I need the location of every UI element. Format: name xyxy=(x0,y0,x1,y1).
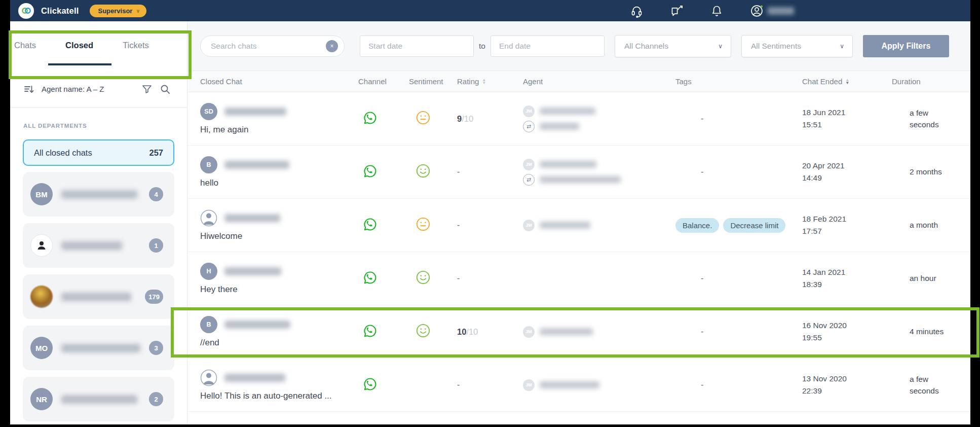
rating-cell: 10/10 xyxy=(457,327,515,337)
col-header-rating[interactable]: Rating ▲▼ xyxy=(457,77,515,86)
photo-avatar xyxy=(30,286,53,308)
chat-ended-time: 15:51 xyxy=(802,119,892,131)
transfer-icon: ⇄ xyxy=(523,174,535,186)
contact-avatar: SD xyxy=(200,103,217,120)
chat-ended-cell: 20 Apr 202114:49 xyxy=(802,160,892,184)
search-chats-input[interactable] xyxy=(211,42,326,51)
agent-assigned-line: JM xyxy=(523,159,671,170)
closed-chat-cell: SD Hi, me again xyxy=(200,103,358,135)
clear-search-icon[interactable]: × xyxy=(326,40,338,52)
agent-name-redacted xyxy=(540,108,595,115)
sentiment-neutral-icon xyxy=(416,217,431,232)
role-label: Supervisor xyxy=(98,7,132,15)
closed-chat-cell: B hello xyxy=(200,156,358,188)
closed-chat-row[interactable]: Hiwelcome - JM Balance.Decrease limit 18… xyxy=(187,199,970,252)
tags-empty: - xyxy=(675,167,703,176)
sort-arrows-icon[interactable]: ▲▼ xyxy=(482,79,486,85)
whatsapp-icon xyxy=(362,110,378,126)
filter-bar: × to All Channels xyxy=(187,21,970,71)
search-chats-field[interactable]: × xyxy=(200,35,345,57)
closed-chat-row[interactable]: B hello - JM⇄ - 20 Apr 202114:49 2 month… xyxy=(187,146,970,199)
agent-name-redacted xyxy=(540,328,593,335)
closed-chat-cell: Hello! This is an auto-generated ... xyxy=(200,369,358,401)
duration-cell: an hour xyxy=(892,272,958,284)
agent-avatar: MO xyxy=(30,337,53,359)
start-date-input[interactable] xyxy=(368,42,470,51)
whatsapp-icon xyxy=(362,163,378,179)
tag-pill: Decrease limit xyxy=(723,218,785,233)
channel-cell xyxy=(358,270,409,288)
start-date-field[interactable] xyxy=(360,35,474,57)
sidebar-agent-item[interactable]: 179 xyxy=(23,274,174,319)
contact-name-redacted xyxy=(224,321,290,329)
col-header-sentiment[interactable]: Sentiment xyxy=(409,77,457,86)
person-icon xyxy=(35,239,48,252)
sentiment-cell xyxy=(409,163,457,181)
chat-ended-time: 14:49 xyxy=(802,172,892,184)
apply-filters-button[interactable]: Apply Filters xyxy=(863,35,949,57)
col-header-channel[interactable]: Channel xyxy=(358,77,409,86)
closed-chat-row[interactable]: B //end 10/10 JM - 16 Nov 202019:55 4 mi… xyxy=(187,305,970,359)
search-icon[interactable] xyxy=(160,84,171,95)
end-date-field[interactable] xyxy=(491,35,605,57)
col-header-duration[interactable]: Duration xyxy=(892,77,970,86)
rating-value: 10/10 xyxy=(457,327,478,336)
agent-sort-label[interactable]: Agent name: A – Z xyxy=(42,85,104,93)
chat-ended-date: 13 Nov 2020 xyxy=(802,373,892,385)
agent-name-redacted xyxy=(540,222,590,229)
chat-ended-time: 19:55 xyxy=(802,332,892,344)
filter-funnel-icon[interactable] xyxy=(141,84,153,95)
chat-share-icon[interactable] xyxy=(670,4,684,18)
agent-name-redacted xyxy=(61,395,137,404)
tags-empty: - xyxy=(675,274,703,283)
chat-ended-cell: 18 Jun 202115:51 xyxy=(802,106,892,131)
contact-name-redacted xyxy=(224,108,286,116)
sidebar-agent-item[interactable]: BM 4 xyxy=(23,172,174,217)
channels-select[interactable]: All Channels ∨ xyxy=(615,35,731,57)
whatsapp-icon xyxy=(362,323,378,339)
sentiments-select[interactable]: All Sentiments ∨ xyxy=(741,35,853,57)
channel-cell xyxy=(358,217,409,234)
contact-avatar: B xyxy=(200,316,217,333)
agent-name-redacted xyxy=(61,190,137,199)
closed-chat-row[interactable]: H Hey there - - 14 Jan 202118:39 an hour xyxy=(187,252,970,305)
chat-ended-time: 18:39 xyxy=(802,278,892,291)
tab-tickets[interactable]: Tickets xyxy=(123,25,149,67)
sort-icon[interactable] xyxy=(23,84,34,95)
sidebar-agent-item[interactable]: MO 3 xyxy=(23,326,174,370)
rating-empty: - xyxy=(457,167,460,176)
closed-chat-row[interactable]: SD Hi, me again 9/10 JM⇄ - 18 Jun 202115… xyxy=(187,92,970,146)
user-menu[interactable] xyxy=(750,4,794,18)
chevron-down-icon: ∨ xyxy=(840,43,844,50)
chat-ended-date: 20 Apr 2021 xyxy=(802,160,892,172)
col-header-tags[interactable]: Tags xyxy=(671,77,802,86)
app-window: Clickatell Supervisor ∨ xyxy=(10,0,970,424)
tag-pill: Balance. xyxy=(675,218,719,233)
sentiment-happy-icon xyxy=(416,163,431,179)
tab-closed[interactable]: Closed xyxy=(65,25,93,67)
end-date-input[interactable] xyxy=(499,42,600,51)
col-header-chat-ended[interactable]: Chat Ended ▲▼ xyxy=(802,77,892,86)
person-avatar xyxy=(30,234,53,257)
sentiment-cell xyxy=(409,110,457,127)
contact-name-redacted xyxy=(224,214,280,222)
rating-cell: 9/10 xyxy=(457,114,515,124)
role-selector[interactable]: Supervisor ∨ xyxy=(90,5,146,17)
chat-ended-time: 17:57 xyxy=(802,225,892,237)
agent-chat-count-badge: 179 xyxy=(145,290,163,304)
col-header-closed-chat[interactable]: Closed Chat xyxy=(200,77,358,86)
closed-chat-row[interactable]: Hello! This is an auto-generated ... - J… xyxy=(187,359,970,412)
tab-chats[interactable]: Chats xyxy=(14,25,36,67)
all-closed-chats-item[interactable]: All closed chats 257 xyxy=(23,139,174,166)
sort-arrows-icon[interactable]: ▲▼ xyxy=(845,79,849,85)
sentiment-happy-icon xyxy=(416,323,431,338)
sidebar-agent-item[interactable]: NR 2 xyxy=(23,377,174,421)
agent-assigned-line: JM xyxy=(523,379,671,391)
agent-name-redacted xyxy=(540,161,596,168)
duration-cell: a few seconds xyxy=(892,107,958,131)
headset-icon[interactable] xyxy=(630,4,644,18)
bell-icon[interactable] xyxy=(710,4,724,18)
col-header-agent[interactable]: Agent xyxy=(515,77,671,86)
sidebar-agent-item[interactable]: 1 xyxy=(23,223,174,268)
chevron-down-icon: ∨ xyxy=(136,8,140,14)
